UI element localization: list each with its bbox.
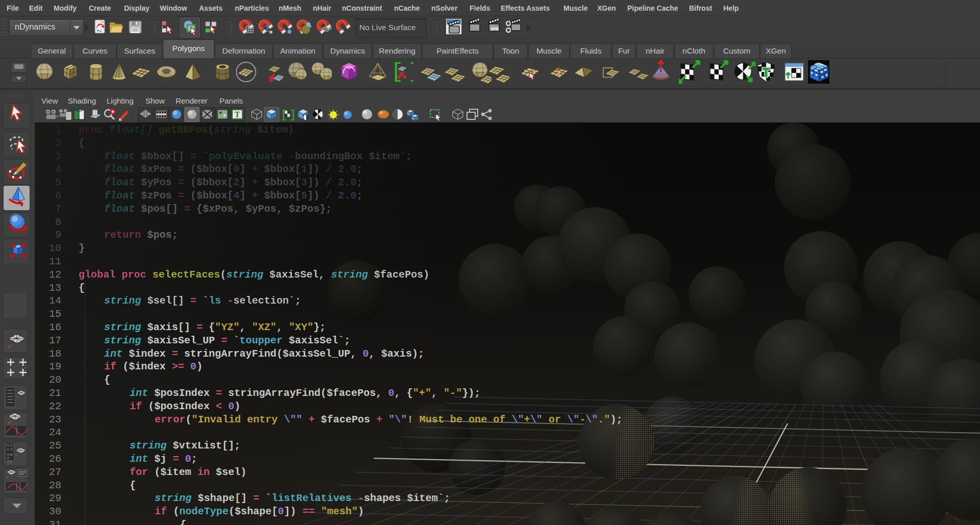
- svg-text:T: T: [235, 110, 240, 119]
- svg-text:[: [: [392, 61, 403, 84]
- svg-text:IPR: IPR: [491, 27, 499, 32]
- svg-text:]: ]: [289, 109, 295, 121]
- svg-text:]: ]: [408, 61, 413, 84]
